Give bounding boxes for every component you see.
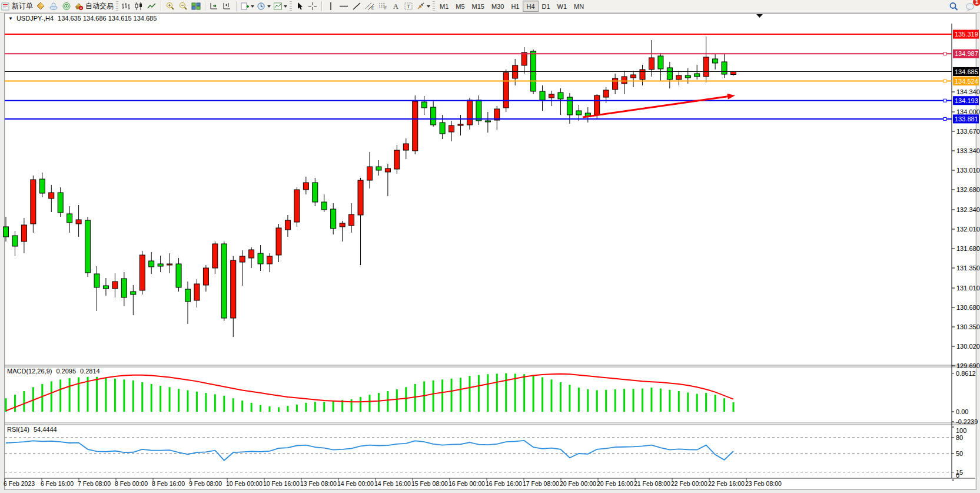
candle-body [112, 282, 118, 289]
arrows-button[interactable] [415, 1, 431, 12]
horizontal-line-button[interactable] [337, 1, 350, 12]
macd-bar [105, 378, 107, 412]
cursor-button[interactable] [293, 1, 306, 12]
signal-button[interactable] [60, 1, 73, 12]
new-order-icon [1, 2, 10, 11]
macd-bar [333, 401, 334, 412]
zoom-in-button[interactable] [164, 1, 177, 12]
candle-body [558, 92, 563, 99]
chart-canvas[interactable]: 6 Feb 20236 Feb 16:007 Feb 08:008 Feb 00… [0, 0, 980, 493]
tab-timeframe-m30[interactable]: M30 [488, 1, 507, 12]
fibonacci-button[interactable]: F [376, 1, 389, 12]
tab-timeframe-m5[interactable]: M5 [452, 1, 468, 12]
tab-timeframe-m15[interactable]: M15 [469, 1, 488, 12]
candlestick-chart-icon [134, 2, 144, 11]
trendline-button[interactable] [350, 1, 363, 12]
chart-shift-icon [222, 2, 232, 11]
zoom-in-icon [165, 2, 175, 11]
macd-bar [14, 395, 16, 412]
hline-handle[interactable] [944, 99, 946, 102]
candle-body [622, 77, 627, 84]
chat-button[interactable]: 1 [964, 1, 976, 12]
time-tick-label: 15 Feb 08:00 [411, 480, 448, 487]
hline-handle[interactable] [944, 52, 946, 55]
profile-button[interactable] [47, 1, 60, 12]
tab-timeframe-m1[interactable]: M1 [436, 1, 452, 12]
candle [413, 95, 418, 154]
tab-timeframe-d1[interactable]: D1 [539, 1, 554, 12]
candle-body [385, 168, 390, 172]
periods-button[interactable] [255, 1, 272, 12]
price-tick-label: 133.340 [956, 147, 980, 154]
candle-body [703, 57, 709, 77]
macd-bar [451, 379, 453, 412]
auto-trading-button[interactable]: 自动交易 [73, 1, 115, 12]
time-tick-label: 21 Feb 08:00 [634, 480, 670, 487]
tile-windows-button[interactable] [190, 1, 202, 12]
templates-button[interactable] [272, 1, 288, 12]
macd-bar [560, 382, 562, 412]
macd-bar [487, 374, 489, 412]
hline-handle[interactable] [944, 117, 946, 120]
crosshair-button[interactable] [306, 1, 319, 12]
candle-body [695, 74, 700, 77]
tab-timeframe-h1[interactable]: H1 [507, 1, 523, 12]
macd-bar [296, 405, 298, 412]
macd-bar [696, 394, 698, 412]
macd-bar [305, 403, 307, 412]
candle-body [294, 190, 300, 222]
chart-window-frame [5, 14, 976, 490]
market-watch-button[interactable] [34, 1, 47, 12]
price-badge-label: 134.685 [955, 68, 978, 75]
candle-body [94, 274, 99, 287]
candle-body [76, 220, 81, 224]
macd-bar [205, 393, 207, 412]
tab-timeframe-h4[interactable]: H4 [523, 1, 538, 12]
tab-timeframe-mn[interactable]: MN [570, 1, 587, 12]
candlestick-chart-button[interactable] [132, 1, 145, 12]
candle-body [667, 68, 672, 80]
vertical-line-button[interactable] [324, 1, 337, 12]
new-order-button[interactable]: 新订单 [0, 1, 34, 12]
chart-symbol-period: USDJPY-,H4 [16, 15, 54, 22]
equidistant-channel-button[interactable]: E [363, 1, 376, 12]
new-chart-button[interactable] [239, 1, 255, 12]
candle-body [713, 59, 718, 63]
tab-timeframe-w1[interactable]: W1 [554, 1, 571, 12]
line-chart-button[interactable] [145, 1, 158, 12]
candle-body [67, 214, 72, 223]
macd-bar [323, 402, 325, 412]
price-tick-label: 131.010 [956, 284, 980, 292]
time-tick-label: 17 Feb 08:00 [523, 480, 559, 487]
rsi-scale-label: 0 [956, 472, 959, 479]
candle-body [139, 255, 145, 290]
macd-bar [433, 380, 434, 412]
candle-body [676, 75, 682, 80]
symbol-dropdown-icon[interactable]: ▼ [8, 16, 13, 21]
hline-handle[interactable] [944, 80, 946, 82]
price-tick-label: 132.340 [956, 206, 980, 213]
time-tick-label: 13 Feb 08:00 [300, 480, 337, 487]
candle-body [31, 180, 36, 224]
chart-shift-button[interactable] [221, 1, 234, 12]
zoom-out-button[interactable] [177, 1, 190, 12]
candle-body [258, 253, 263, 264]
candle-body [203, 268, 208, 285]
auto-scroll-button[interactable] [208, 1, 221, 12]
candle-body [567, 97, 572, 115]
text-label-button[interactable]: T [402, 1, 415, 12]
macd-bar [314, 402, 316, 412]
candle-body [331, 209, 336, 229]
search-button[interactable] [947, 1, 960, 12]
time-tick-label: 7 Feb 08:00 [78, 480, 111, 487]
macd-bar [87, 377, 89, 412]
macd-bar [351, 399, 353, 412]
text-button[interactable]: A [389, 1, 402, 12]
bars-chart-button[interactable] [119, 1, 132, 12]
macd-bar [178, 389, 180, 412]
rsi-scale-label: 80 [956, 434, 963, 441]
macd-bar [169, 387, 171, 412]
toolbar-grip [433, 1, 435, 11]
equidistant-channel-icon: E [365, 2, 375, 11]
bars-chart-icon [121, 2, 131, 11]
